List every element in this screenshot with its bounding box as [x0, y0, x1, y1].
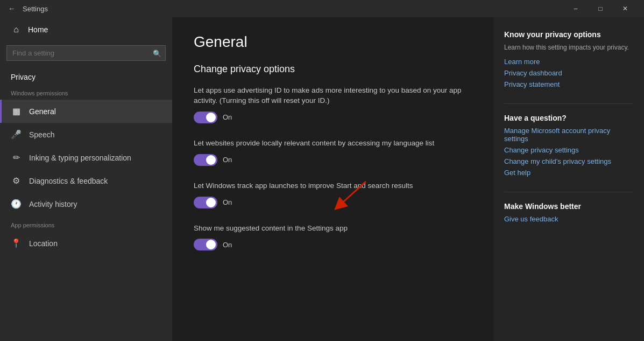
learn-more-link[interactable]: Learn more	[504, 58, 633, 66]
sidebar-item-diagnostics[interactable]: ⚙ Diagnostics & feedback	[0, 169, 172, 192]
toggle-label: On	[223, 113, 232, 121]
get-help-link[interactable]: Get help	[504, 169, 633, 177]
window-controls: – □ ✕	[563, 0, 638, 17]
setting-advertising-id: Let apps use advertising ID to make ads …	[194, 86, 472, 123]
location-icon: 📍	[11, 238, 22, 248]
right-section-know-privacy: Know your privacy options Learn how this…	[504, 30, 633, 88]
right-section-feedback: Make Windows better Give us feedback	[504, 202, 633, 223]
speech-icon: 🎤	[11, 129, 22, 140]
suggested-toggle[interactable]	[194, 239, 217, 250]
minimize-button[interactable]: –	[563, 0, 588, 17]
app-title: Settings	[23, 5, 563, 13]
setting-app-launches: Let Windows track app launches to improv…	[194, 181, 472, 208]
toggle-knob	[206, 240, 216, 249]
content-area: General Change privacy options Let apps …	[172, 17, 493, 341]
right-panel: Know your privacy options Learn how this…	[493, 17, 644, 341]
home-icon: ⌂	[11, 25, 22, 34]
windows-permissions-label: Windows permissions	[0, 83, 172, 100]
setting-desc: Let Windows track app launches to improv…	[194, 181, 463, 191]
right-section-title: Make Windows better	[504, 202, 633, 211]
page-title: General	[194, 33, 472, 51]
privacy-dashboard-link[interactable]: Privacy dashboard	[504, 69, 633, 77]
close-button[interactable]: ✕	[613, 0, 638, 17]
manage-account-link[interactable]: Manage Microsoft account privacy setting…	[504, 127, 633, 143]
maximize-button[interactable]: □	[588, 0, 613, 17]
setting-desc: Let websites provide locally relevant co…	[194, 138, 463, 149]
app-permissions-label: App permissions	[0, 215, 172, 232]
toggle-label: On	[223, 241, 232, 249]
privacy-label: Privacy	[0, 66, 172, 83]
sidebar-item-label: General	[29, 107, 56, 116]
divider	[504, 103, 633, 104]
toggle-knob	[206, 198, 216, 207]
give-feedback-link[interactable]: Give us feedback	[504, 215, 633, 223]
right-section-title: Have a question?	[504, 114, 633, 122]
sidebar-item-label: Diagnostics & feedback	[29, 177, 108, 185]
sidebar-item-general[interactable]: ▦ General	[0, 100, 172, 123]
app-body: ⌂ Home 🔍 Privacy Windows permissions ▦ G…	[0, 17, 644, 341]
right-section-question: Have a question? Manage Microsoft accoun…	[504, 114, 633, 177]
toggle-label: On	[223, 198, 232, 206]
language-toggle[interactable]	[194, 154, 217, 166]
content-subtitle: Change privacy options	[194, 64, 472, 75]
sidebar-home[interactable]: ⌂ Home	[0, 17, 172, 42]
setting-desc: Let apps use advertising ID to make ads …	[194, 86, 463, 106]
toggle-row: On	[194, 239, 472, 250]
search-container: 🔍	[6, 45, 166, 61]
home-label: Home	[28, 25, 48, 34]
title-bar: ← Settings – □ ✕	[0, 0, 644, 17]
setting-desc: Show me suggested content in the Setting…	[194, 224, 463, 234]
change-child-link[interactable]: Change my child's privacy settings	[504, 157, 633, 165]
divider	[504, 192, 633, 192]
sidebar-item-inking[interactable]: ✏ Inking & typing personalization	[0, 146, 172, 169]
main-area: General Change privacy options Let apps …	[172, 17, 644, 341]
sidebar-item-label: Activity history	[29, 200, 77, 208]
sidebar-item-label: Speech	[29, 130, 54, 139]
sidebar-item-activity[interactable]: 🕐 Activity history	[0, 192, 172, 215]
inking-icon: ✏	[11, 152, 22, 163]
toggle-label: On	[223, 156, 232, 164]
activity-icon: 🕐	[11, 199, 22, 209]
right-section-title: Know your privacy options	[504, 30, 633, 39]
sidebar-item-speech[interactable]: 🎤 Speech	[0, 123, 172, 146]
setting-suggested-content: Show me suggested content in the Setting…	[194, 224, 472, 251]
sidebar-item-label: Location	[29, 239, 58, 248]
toggle-row: On	[194, 197, 472, 208]
diagnostics-icon: ⚙	[11, 176, 22, 186]
right-section-desc: Learn how this setting impacts your priv…	[504, 43, 633, 52]
search-input[interactable]	[6, 45, 166, 61]
sidebar-item-label: Inking & typing personalization	[29, 154, 131, 162]
search-icon: 🔍	[153, 49, 161, 57]
sidebar: ⌂ Home 🔍 Privacy Windows permissions ▦ G…	[0, 17, 172, 341]
privacy-statement-link[interactable]: Privacy statement	[504, 80, 633, 88]
advertising-toggle[interactable]	[194, 112, 217, 123]
general-icon: ▦	[11, 106, 22, 116]
toggle-row: On	[194, 154, 472, 166]
back-button[interactable]: ←	[6, 3, 17, 14]
toggle-knob	[206, 155, 216, 165]
toggle-knob	[206, 113, 216, 122]
change-privacy-link[interactable]: Change privacy settings	[504, 146, 633, 154]
app-launches-toggle[interactable]	[194, 197, 217, 208]
setting-language-list: Let websites provide locally relevant co…	[194, 138, 472, 166]
toggle-row: On	[194, 112, 472, 123]
sidebar-item-location[interactable]: 📍 Location	[0, 232, 172, 255]
